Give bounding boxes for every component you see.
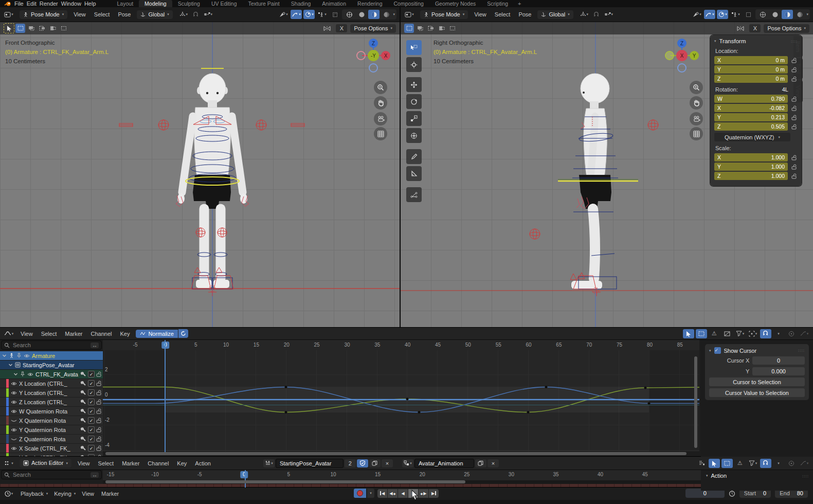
zoom-button[interactable] <box>690 81 703 94</box>
channel-enable-checkbox[interactable]: ✓ <box>88 371 95 377</box>
lock-open-icon[interactable] <box>790 155 798 160</box>
drag-handle-icon[interactable]: :::: <box>802 474 809 478</box>
auto-normalize-refresh-button[interactable] <box>178 329 188 338</box>
slot-name-field[interactable]: Avatar_Animation <box>414 459 474 468</box>
lock-open-icon[interactable] <box>790 58 798 63</box>
graph-vscrollbar[interactable] <box>694 356 697 448</box>
select-box-new-button[interactable] <box>404 24 414 33</box>
channel-label[interactable]: Armature <box>32 353 99 359</box>
mode-dropdown[interactable]: Pose Mode▾ <box>420 10 468 19</box>
editor-type-icon[interactable]: ▾ <box>404 10 415 19</box>
modifier-wrench-icon[interactable] <box>81 417 86 424</box>
pivot-point-button[interactable]: ▾ <box>178 10 189 19</box>
only-errors-warning-icon[interactable]: ⚠ <box>709 329 720 338</box>
graph-canvas[interactable] <box>103 350 699 452</box>
cursor-y-field[interactable]: 0.000 <box>752 367 805 375</box>
keyframe-dot[interactable] <box>644 387 647 389</box>
cursor-x-field[interactable]: 0 <box>752 356 805 365</box>
lock-open-icon[interactable] <box>96 445 101 452</box>
mode-dropdown[interactable]: Pose Mode▾ <box>20 10 67 19</box>
menu-item[interactable]: Action <box>194 460 212 466</box>
drag-handle-icon[interactable]: :::: <box>798 348 805 353</box>
menu-item[interactable]: View <box>20 331 34 337</box>
show-gizmo-button[interactable]: ▾ <box>691 10 702 19</box>
proportional-edit-icon[interactable] <box>786 329 797 338</box>
add-workspace-button[interactable]: + <box>514 1 525 7</box>
menu-item[interactable]: Select <box>93 11 111 17</box>
next-keyframe-button[interactable]: ◆▶ <box>419 489 428 498</box>
lock-open-icon[interactable] <box>96 371 101 377</box>
pose-options-dropdown[interactable]: Pose Options▾ <box>764 24 809 33</box>
eye-open-icon[interactable] <box>11 381 17 386</box>
lock-open-icon[interactable] <box>790 67 798 73</box>
action-name-field[interactable]: StartingPose_Avatar <box>276 459 344 468</box>
camera-view-button[interactable] <box>690 112 703 125</box>
pin-icon[interactable] <box>20 371 25 377</box>
channel-row[interactable]: X Location (CTRL_ ✓ <box>0 379 103 388</box>
keyframe-dot[interactable] <box>285 386 287 388</box>
select-box-extend-button[interactable] <box>26 24 36 33</box>
modifier-wrench-icon[interactable] <box>81 389 86 396</box>
snap-button[interactable] <box>760 459 771 468</box>
dope-playhead[interactable] <box>245 470 246 488</box>
select-box-subtract-button[interactable] <box>426 24 436 33</box>
proportional-edit-icon[interactable] <box>786 459 797 468</box>
menu-item[interactable]: Help <box>83 1 97 7</box>
channel-label[interactable]: W Quaternion Rota <box>19 408 79 415</box>
lock-open-icon[interactable] <box>96 417 101 424</box>
transform-value-field[interactable]: W 0.780 <box>714 95 788 103</box>
eye-open-icon[interactable] <box>27 372 33 377</box>
workspace-tab[interactable]: Geometry Nodes <box>429 0 481 7</box>
render-preview-icon[interactable] <box>329 10 340 19</box>
workspace-tab[interactable]: Layout <box>112 0 139 7</box>
render-preview-icon[interactable] <box>743 10 754 19</box>
menu-item[interactable]: View <box>73 11 87 17</box>
channel-enable-checkbox[interactable]: ✓ <box>88 445 95 452</box>
pose-options-dropdown[interactable]: Pose Options▾ <box>350 24 396 33</box>
eye-open-icon[interactable] <box>11 446 17 451</box>
lock-open-icon[interactable] <box>96 380 101 387</box>
tweak-tool-button[interactable] <box>683 329 694 338</box>
transform-panel-header[interactable]: ▾ Transform :::: <box>714 38 798 44</box>
fake-user-shield-button[interactable] <box>357 459 368 467</box>
channel-search-input[interactable]: Search ↔ <box>1 340 102 350</box>
action-panel-header[interactable]: ▾ Action :::: <box>701 473 813 479</box>
orthographic-toggle-button[interactable] <box>690 127 703 140</box>
show-cursor-header[interactable]: ▾ ✓ Show Cursor :::: <box>709 347 805 354</box>
editor-type-icon[interactable]: ▾ <box>3 489 14 498</box>
rotate-tool-button[interactable] <box>406 94 422 109</box>
select-box-extend-button[interactable] <box>415 24 425 33</box>
graph-ruler[interactable]: -50510152025303540455055606570758085 <box>103 340 699 351</box>
snap-magnet-icon[interactable] <box>591 10 602 19</box>
orthographic-toggle-button[interactable] <box>374 127 387 140</box>
mirror-x-toggle[interactable]: X <box>749 24 761 32</box>
snap-settings-button[interactable]: ▾ <box>603 10 615 19</box>
mirror-x-toggle[interactable]: X <box>336 24 347 32</box>
action-browse-button[interactable]: ▾ <box>263 459 275 467</box>
graph-hscrollbar[interactable] <box>105 452 686 455</box>
show-gizmo-button[interactable]: ▾ <box>278 10 289 19</box>
channel-row[interactable]: Y Location (CTRL_ ✓ <box>0 388 103 398</box>
menu-item[interactable]: View <box>473 11 487 17</box>
menu-item[interactable]: Pose <box>117 11 132 17</box>
slot-browse-button[interactable]: ▾ <box>402 459 413 467</box>
dope-ruler[interactable]: -15-10-5051015202530354045 <box>103 470 701 480</box>
cursor-tool-button[interactable] <box>406 57 422 72</box>
gizmo-toggle-button[interactable]: ▾ <box>704 10 715 19</box>
select-box-new-button[interactable] <box>15 24 25 33</box>
workspace-tab[interactable]: Texture Paint <box>243 0 285 7</box>
shading-rendered-button[interactable] <box>381 10 392 19</box>
snap-magnet-icon[interactable] <box>190 10 202 19</box>
eye-open-icon[interactable] <box>11 390 17 395</box>
unlink-slot-button[interactable]: × <box>487 459 499 467</box>
menu-item[interactable]: Select <box>40 331 58 337</box>
annotate-tool-button[interactable] <box>406 149 422 164</box>
editor-type-icon[interactable]: ▾ <box>3 329 14 338</box>
pivot-point-button[interactable]: ▾ <box>579 10 590 19</box>
channel-enable-checkbox[interactable]: ✓ <box>88 426 95 433</box>
new-action-copy-button[interactable] <box>369 459 381 467</box>
cursor-value-to-selection-button[interactable]: Cursor Value to Selection <box>709 388 805 397</box>
snap-options-chevron[interactable]: ▾ <box>773 329 784 338</box>
shading-solid-button[interactable] <box>356 10 367 19</box>
menu-item[interactable]: Marker <box>64 331 83 337</box>
